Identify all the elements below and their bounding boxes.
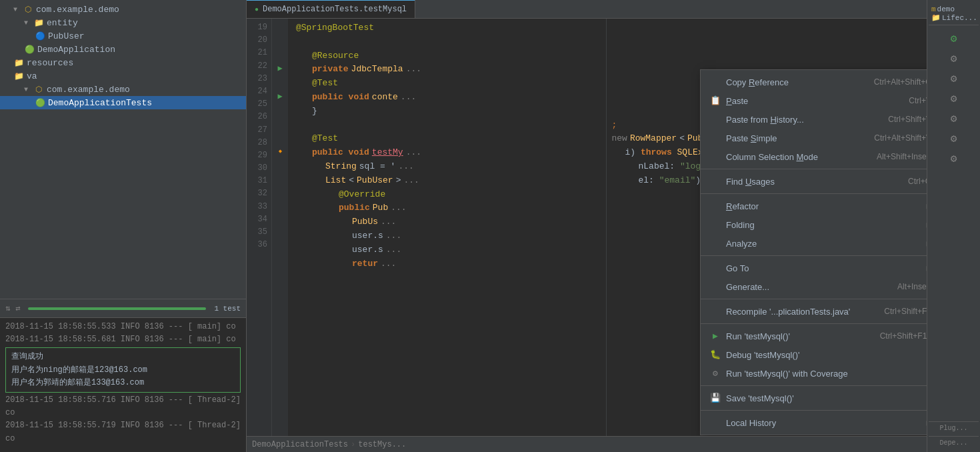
code-line-22: private JdbcTempla... xyxy=(296,63,606,77)
tree-label: PubUser xyxy=(48,31,85,41)
shortcut: Ctrl+Alt+Shift+V xyxy=(874,133,927,143)
menu-label: Local History xyxy=(726,418,776,428)
code-line-33: PubUs... xyxy=(296,215,606,229)
settings-btn-5[interactable]: ⚙ xyxy=(929,109,979,128)
tree-label: va xyxy=(27,71,37,81)
code-line-34: user.s... xyxy=(296,229,606,243)
menu-divider-7 xyxy=(701,410,927,411)
menu-analyze[interactable]: Analyze ▶ xyxy=(701,234,927,253)
save-icon: 💾 xyxy=(709,393,722,403)
menu-find-usages[interactable]: Find Usages Ctrl+G xyxy=(701,172,927,191)
tree-item-resources[interactable]: 📁 resources xyxy=(0,56,246,69)
menu-label: Column Selection Mode xyxy=(726,152,818,162)
menu-item-left: ⚙ Run 'testMysql()' with Coverage xyxy=(709,368,848,379)
menu-paste-simple[interactable]: Paste Simple Ctrl+Alt+Shift+V xyxy=(701,129,927,147)
code-line-36: retur... xyxy=(296,257,606,271)
tree-arrow: ▼ xyxy=(13,6,20,13)
tree-item-va[interactable]: 📁 va xyxy=(0,69,246,83)
settings-btn-3[interactable]: ⚙ xyxy=(929,69,979,88)
menu-debug[interactable]: 🐛 Debug 'testMysql()' xyxy=(701,345,927,364)
menu-refactor[interactable]: Refactor ▶ xyxy=(701,197,927,215)
scroll-icon: ⇅ xyxy=(5,303,10,313)
shortcut: Ctrl+V xyxy=(909,96,927,105)
context-menu: Copy Reference Ctrl+Alt+Shift+C 📋 Paste … xyxy=(700,69,927,435)
log-line: 2018-11-15 18:58:55.719 INFO 8136 --- [ … xyxy=(5,419,241,445)
menu-recompile[interactable]: Recompile '...plicationTests.java' Ctrl+… xyxy=(701,302,927,321)
test-icon: ● xyxy=(255,6,259,13)
settings-btn-6[interactable]: ⚙ xyxy=(929,129,979,148)
settings-btn-2[interactable]: ⚙ xyxy=(929,49,979,68)
menu-label: Run 'testMysql()' with Coverage xyxy=(726,369,848,379)
menu-label: Analyze xyxy=(726,239,757,249)
class-icon: 🔵 xyxy=(35,31,45,41)
menu-label: Copy Reference xyxy=(726,77,789,87)
project-panel: ▼ ⬡ com.example.demo ▼ 📁 entity 🔵 PubUse… xyxy=(0,0,247,452)
gear-icon-4: ⚙ xyxy=(951,92,957,105)
menu-label: Debug 'testMysql()' xyxy=(726,350,799,360)
code-line-20 xyxy=(296,35,606,49)
code-line-30: List<PubUser>... xyxy=(296,174,606,188)
editor-content[interactable]: 19202122 23242526 27282930 31323334 3536… xyxy=(247,19,927,436)
test-count: 1 test xyxy=(214,305,241,313)
maven-icon: m xyxy=(931,5,936,13)
log-line: 2018-11-15 18:58:55.716 INFO 8136 --- [ … xyxy=(5,394,241,419)
menu-item-left: Paste from History... xyxy=(709,115,804,125)
menu-item-left: Refactor xyxy=(709,201,759,211)
gutter-icons: ▶ ▶ 🔸 xyxy=(272,19,288,436)
tree-arrow: ▼ xyxy=(24,19,31,27)
dependency-label: Depe... xyxy=(931,439,976,447)
right-line xyxy=(612,49,922,63)
menu-paste[interactable]: 📋 Paste Ctrl+V xyxy=(701,91,927,110)
menu-divider-4 xyxy=(701,299,927,299)
project-tree: ▼ ⬡ com.example.demo ▼ 📁 entity 🔵 PubUse… xyxy=(0,0,246,299)
code-editor[interactable]: @SpringBootTest @Resource private JdbcTe… xyxy=(288,19,606,436)
code-line-27: @Test xyxy=(296,132,606,146)
plugin-label: Plug... xyxy=(931,425,976,432)
menu-save[interactable]: 💾 Save 'testMysql()' xyxy=(701,389,927,407)
menu-generate[interactable]: Generate... Alt+Insert xyxy=(701,277,927,296)
log-line-success-3: 用户名为郭靖的邮箱是133@163.com xyxy=(11,377,235,389)
shortcut: Ctrl+Shift+V xyxy=(888,115,927,124)
test-class-icon: 🟢 xyxy=(35,97,45,108)
log-text: 2018-11-15 18:58:55.533 INFO 8136 --- [ … xyxy=(5,322,236,331)
menu-copy-reference[interactable]: Copy Reference Ctrl+Alt+Shift+C xyxy=(701,73,927,91)
tree-item-com-example-demo-1[interactable]: ▼ ⬡ com.example.demo xyxy=(0,3,246,16)
code-line-24: public void conte... xyxy=(296,91,606,105)
app-icon: 🟢 xyxy=(24,44,35,55)
wrap-icon: ⇄ xyxy=(15,303,20,313)
editor-tab-active[interactable]: ● DemoApplicationTests.testMysql xyxy=(247,0,415,18)
tree-item-com-example-demo-2[interactable]: ▼ ⬡ com.example.demo xyxy=(0,83,246,96)
shortcut: Alt+Shift+Insert xyxy=(877,152,927,161)
menu-item-left: Paste Simple xyxy=(709,133,777,143)
tree-item-pubuser[interactable]: 🔵 PubUser xyxy=(0,29,246,43)
log-line: 2018-11-15 18:58:55.681 INFO 8136 --- [ … xyxy=(5,333,241,346)
settings-btn-4[interactable]: ⚙ xyxy=(929,89,979,108)
menu-goto[interactable]: Go To ▶ xyxy=(701,259,927,277)
package-icon-2: ⬡ xyxy=(33,84,44,95)
tree-item-demoapplication[interactable]: 🟢 DemoApplication xyxy=(0,43,246,56)
gear-icon-3: ⚙ xyxy=(951,72,957,85)
tree-item-demoapplicationtests[interactable]: 🟢 DemoApplicationTests xyxy=(0,96,246,109)
menu-divider-2 xyxy=(701,193,927,194)
code-line-19: @SpringBootTest xyxy=(296,21,606,35)
tree-label: entity xyxy=(47,18,78,28)
editor-area: ● DemoApplicationTests.testMysql 1920212… xyxy=(247,0,927,452)
code-line-29: String sql = '... xyxy=(296,160,606,174)
tree-item-entity[interactable]: ▼ 📁 entity xyxy=(0,16,246,29)
gear-icon-7: ⚙ xyxy=(951,152,957,165)
menu-divider-6 xyxy=(701,385,927,386)
menu-item-left: Copy Reference xyxy=(709,77,789,87)
menu-run-coverage[interactable]: ⚙ Run 'testMysql()' with Coverage xyxy=(701,364,927,383)
line-numbers: 19202122 23242526 27282930 31323334 3536 xyxy=(247,19,272,436)
menu-run[interactable]: ▶ Run 'testMysql()' Ctrl+Shift+F10 xyxy=(701,327,927,345)
menu-column-selection[interactable]: Column Selection Mode Alt+Shift+Insert xyxy=(701,147,927,166)
settings-btn-1[interactable]: ⚙ xyxy=(929,29,979,48)
menu-local-history[interactable]: Local History ▶ xyxy=(701,413,927,432)
menu-folding[interactable]: Folding ▶ xyxy=(701,215,927,234)
lifecycle-row: 📁 Lifec... xyxy=(931,13,976,22)
lifecycle-label: Lifec... xyxy=(942,14,977,22)
gear-icon-5: ⚙ xyxy=(951,112,957,125)
settings-btn-7[interactable]: ⚙ xyxy=(929,149,979,168)
menu-paste-history[interactable]: Paste from History... Ctrl+Shift+V xyxy=(701,110,927,129)
gear-icon-6: ⚙ xyxy=(951,132,957,145)
